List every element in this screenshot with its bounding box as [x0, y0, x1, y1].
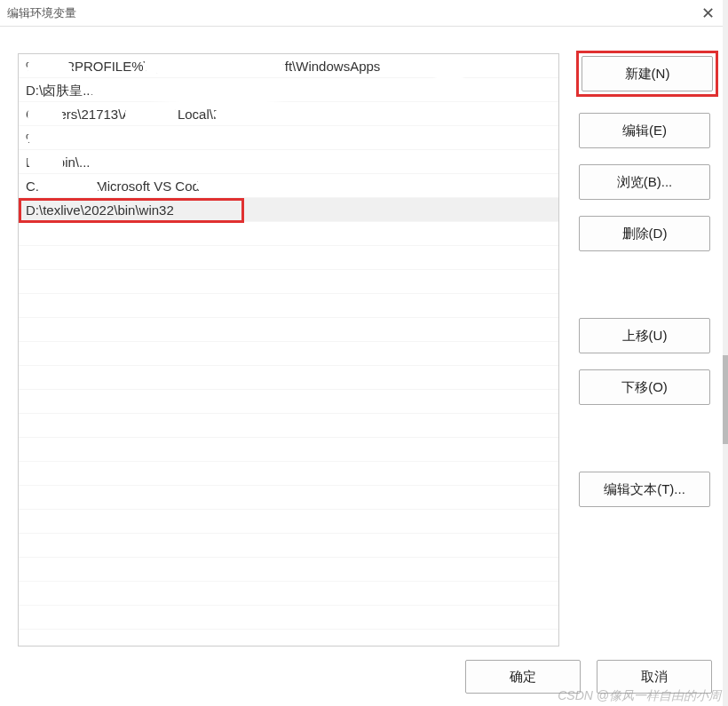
list-item[interactable]: D:\...\bin\...	[19, 150, 558, 174]
list-item-empty[interactable]	[19, 534, 558, 558]
movedown-button[interactable]: 下移(O)	[579, 369, 710, 405]
list-item-empty[interactable]	[19, 390, 558, 414]
watermark: CSDN @像风一样自由的小周	[558, 688, 721, 704]
list-item-empty[interactable]	[19, 366, 558, 390]
list-item-empty[interactable]	[19, 462, 558, 486]
window-title: 编辑环境变量	[7, 5, 76, 21]
redaction	[90, 81, 320, 102]
new-button[interactable]: 新建(N)	[582, 56, 713, 91]
list-item-selected[interactable]: D:\texlive\2022\bin\win32	[19, 198, 558, 222]
redaction	[28, 106, 63, 125]
path-list[interactable]: %USERPROFILE%\AppData\Local\Microsoft\Wi…	[18, 53, 559, 647]
delete-button[interactable]: 删除(D)	[579, 216, 710, 251]
list-item-empty[interactable]	[19, 582, 558, 606]
close-icon[interactable]: ✕	[694, 4, 721, 23]
content-area: %USERPROFILE%\AppData\Local\Microsoft\Wi…	[0, 27, 728, 653]
list-item-empty[interactable]	[19, 318, 558, 342]
list-item-empty[interactable]	[19, 342, 558, 366]
browse-button[interactable]: 浏览(B)...	[579, 164, 710, 200]
list-item-empty[interactable]	[19, 222, 558, 246]
list-item-empty[interactable]	[19, 438, 558, 462]
scrollbar-track	[723, 0, 728, 706]
list-item-empty[interactable]	[19, 486, 558, 510]
redaction	[28, 152, 63, 171]
redaction	[103, 152, 183, 171]
highlight-annotation-new: 新建(N)	[576, 51, 718, 97]
edit-button[interactable]: 编辑(E)	[579, 113, 710, 148]
redaction	[418, 56, 480, 79]
list-item-empty[interactable]	[19, 606, 558, 630]
redaction	[28, 58, 72, 77]
list-item[interactable]: C:\Users\...\Microsoft VS Code\bin	[19, 174, 558, 198]
redaction	[214, 104, 392, 125]
list-item-empty[interactable]	[19, 414, 558, 438]
list-item-empty[interactable]	[19, 246, 558, 270]
list-item-empty[interactable]	[19, 510, 558, 534]
button-column: 新建(N) 编辑(E) 浏览(B)... 删除(D) 上移(U) 下移(O) 编…	[559, 53, 716, 653]
list-item-empty[interactable]	[19, 270, 558, 294]
redaction	[28, 129, 90, 148]
title-bar: 编辑环境变量 ✕	[0, 0, 728, 27]
redaction	[196, 177, 258, 194]
moveup-button[interactable]: 上移(U)	[579, 318, 710, 353]
redaction	[125, 104, 178, 125]
list-item-empty[interactable]	[19, 294, 558, 318]
redaction	[143, 56, 285, 77]
list-item-empty[interactable]	[19, 558, 558, 582]
scrollbar-thumb[interactable]	[723, 355, 728, 444]
redaction	[36, 177, 99, 194]
list-item[interactable]: %PATH%	[19, 126, 558, 150]
edittext-button[interactable]: 编辑文本(T)...	[579, 472, 710, 507]
